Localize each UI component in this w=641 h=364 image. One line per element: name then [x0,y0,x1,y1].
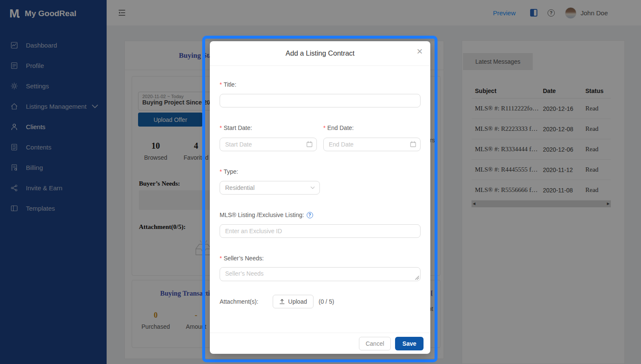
modal-footer: Cancel Save [210,333,430,354]
app: M My GoodReal Dashboard Profile Settings… [0,0,641,364]
mls-label: MLS® Listing /Exclusive Listing: ? [220,212,421,218]
close-icon[interactable]: × [417,46,423,56]
type-select-value: Residential [225,184,254,191]
mls-field-group: MLS® Listing /Exclusive Listing: ? [220,212,421,238]
resize-handle-icon[interactable] [415,276,419,280]
start-date-input[interactable] [220,138,317,151]
seller-needs-label: * Seller’s Needs: [220,255,421,262]
modal-header: Add a Listing Contract × [210,41,430,66]
attachment-count: (0 / 5) [319,298,334,305]
type-field-group: * Type: Residential [220,168,421,195]
end-date-input[interactable] [323,138,421,151]
calendar-icon [410,141,416,147]
required-mark: * [220,81,222,88]
modal-body: * Title: * Start Date: [210,81,430,308]
upload-button[interactable]: Upload [273,295,313,308]
cancel-button[interactable]: Cancel [359,337,391,350]
seller-needs-textarea[interactable] [220,267,421,281]
chevron-down-icon [310,185,315,190]
required-mark: * [220,255,222,262]
help-circle-icon[interactable]: ? [307,212,313,218]
save-button[interactable]: Save [395,337,424,350]
required-mark: * [220,124,222,131]
end-date-field: * End Date: [323,124,421,151]
upload-icon [279,299,285,305]
seller-needs-field-group: * Seller’s Needs: [220,255,421,281]
attachments-label: Attachment(s): [220,298,258,305]
required-mark: * [220,168,222,175]
date-fields-group: * Start Date: * End Date: [220,124,421,151]
title-label: * Title: [220,81,421,88]
attachments-field-group: Attachment(s): Upload (0 / 5) [220,295,421,308]
exclusive-id-input[interactable] [220,224,421,238]
add-listing-contract-modal: Add a Listing Contract × * Title: * Star… [210,41,430,354]
required-mark: * [323,124,325,131]
start-date-label: * Start Date: [220,124,317,131]
title-field-group: * Title: [220,81,421,107]
calendar-icon [306,141,313,147]
type-select[interactable]: Residential [220,181,320,195]
modal-title: Add a Listing Contract [285,49,354,57]
title-input[interactable] [220,94,421,107]
end-date-label: * End Date: [323,124,421,131]
start-date-field: * Start Date: [220,124,317,151]
type-label: * Type: [220,168,421,175]
